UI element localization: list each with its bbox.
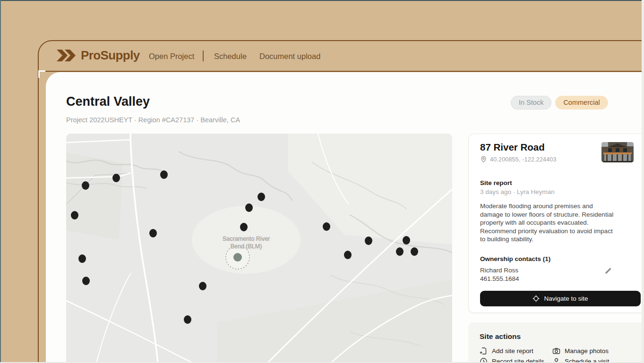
map-area-label-line1: Sacramento River [223, 236, 270, 242]
status-badge-stock: In Stock [511, 96, 551, 110]
navigate-to-site-button[interactable]: Navigate to site [480, 291, 641, 306]
map-marker[interactable] [323, 222, 330, 231]
map-marker[interactable] [112, 174, 120, 182]
site-card: 87 River Road 40.200855, -122.224403 [468, 134, 644, 313]
map-marker[interactable] [365, 236, 372, 245]
file-plus-icon [480, 347, 488, 355]
edit-contact-button[interactable] [604, 266, 614, 276]
action-add-site-report[interactable]: Add site report [480, 347, 533, 355]
nav-document-upload[interactable]: Document upload [259, 52, 320, 61]
map-marker[interactable] [78, 254, 86, 263]
navigate-button-label: Navigate to site [544, 295, 588, 302]
map-marker[interactable] [258, 193, 265, 201]
map-marker[interactable] [344, 251, 352, 259]
action-label: Add site report [492, 347, 533, 355]
map-marker[interactable] [411, 247, 418, 256]
site-photo-thumbnail[interactable] [601, 142, 634, 162]
map-canvas[interactable]: Sacramento River Bend (BLM) [66, 134, 452, 363]
map-marker[interactable] [82, 277, 90, 285]
coordinates-row: 40.200855, -122.224403 [480, 156, 557, 163]
nav-schedule[interactable]: Schedule [214, 52, 247, 61]
map-marker[interactable] [403, 236, 410, 245]
map-marker[interactable] [396, 247, 404, 256]
header-divider [39, 71, 644, 72]
report-meta: 3 days ago · Lyra Heyman [480, 188, 555, 195]
brand-logo[interactable]: ProSupply [57, 48, 140, 63]
site-actions-heading: Site actions [480, 332, 521, 341]
cabin-photo [601, 142, 634, 162]
map-marker[interactable] [160, 170, 168, 179]
contacts-heading: Ownership contacts (1) [480, 255, 550, 262]
nav-cursor [203, 51, 204, 61]
site-actions-panel: Site actions Add site report Manage phot… [468, 322, 644, 363]
action-manage-photos[interactable]: Manage photos [552, 347, 609, 355]
action-label: Manage photos [565, 347, 609, 355]
map-area-label-line2: Bend (BLM) [231, 243, 262, 250]
contact-name: Richard Ross [480, 267, 518, 274]
map-marker[interactable] [199, 282, 206, 290]
camera-icon [552, 347, 560, 355]
status-badge-type: Commercial [555, 96, 608, 110]
corner-bracket [38, 70, 40, 78]
page-title: Central Valley [66, 94, 150, 109]
contact-phone: 461.555.1684 [480, 275, 519, 282]
screen: ProSupply Open Project Schedule Document… [0, 0, 644, 363]
report-body: Moderate flooding around premises and da… [480, 202, 615, 244]
map-marker[interactable] [71, 211, 78, 219]
map-marker[interactable] [240, 223, 248, 231]
site-coordinates: 40.200855, -122.224403 [490, 156, 557, 163]
crosshair-icon [532, 295, 540, 302]
site-title: 87 River Road [480, 142, 545, 153]
map-pin-icon [480, 156, 487, 163]
report-heading: Site report [480, 179, 512, 186]
content-panel: Central Valley Project 2022USHEYT · Regi… [46, 72, 644, 363]
selected-marker-dot[interactable] [233, 253, 242, 262]
map[interactable]: Sacramento River Bend (BLM) [66, 134, 452, 363]
screen-border-top [0, 0, 644, 1]
nav-open-project[interactable]: Open Project [149, 52, 194, 61]
brand-name: ProSupply [81, 48, 140, 63]
badge-row: In Stock Commercial [511, 96, 608, 110]
pencil-icon [604, 267, 612, 275]
map-marker[interactable] [245, 203, 253, 212]
map-marker[interactable] [184, 315, 191, 324]
page-subtitle: Project 2022USHEYT · Region #CA27137 · B… [66, 116, 240, 124]
double-chevron-icon [57, 49, 77, 62]
screen-border-left [0, 0, 1, 363]
map-marker[interactable] [149, 229, 157, 237]
map-marker[interactable] [82, 181, 89, 190]
screen-border-right [642, 0, 644, 363]
